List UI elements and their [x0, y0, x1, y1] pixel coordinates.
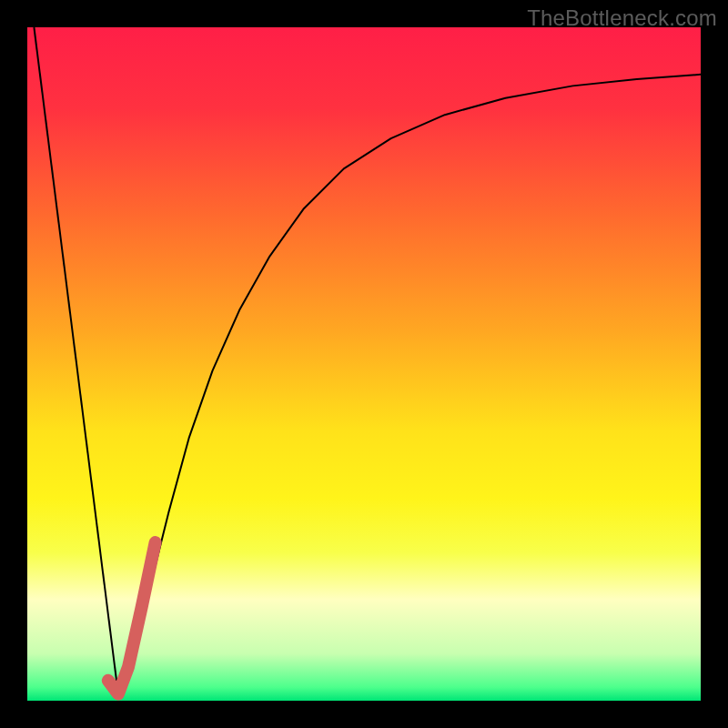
chart-plot — [27, 27, 701, 701]
chart-svg — [27, 27, 701, 701]
chart-background — [27, 27, 701, 701]
chart-frame: TheBottleneck.com — [0, 0, 728, 728]
